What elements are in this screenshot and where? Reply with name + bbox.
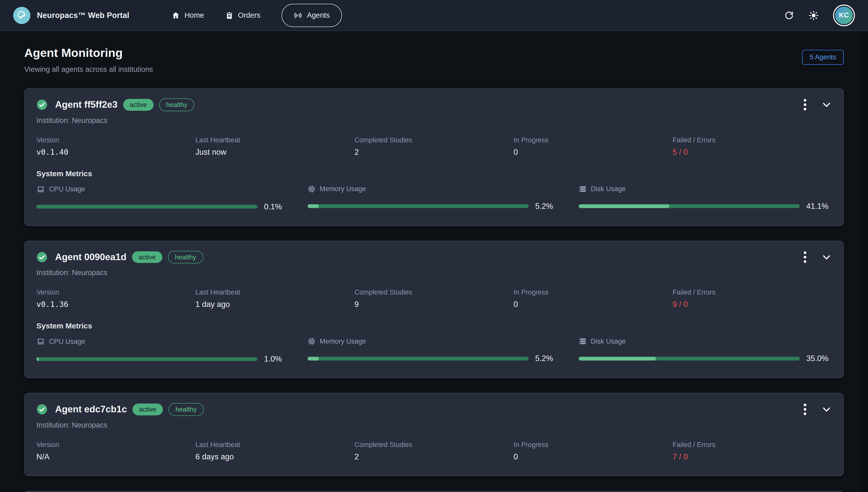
stat-label: Failed / Errors: [673, 136, 831, 144]
top-nav-bar: Neuropacs™ Web Portal Home Orders: [0, 0, 868, 31]
version-value: v0.1.36: [37, 300, 195, 309]
cpu-usage-label: CPU Usage: [49, 338, 85, 346]
memory-progress-bar: [308, 357, 529, 361]
chevron-down-icon[interactable]: [821, 100, 831, 110]
cpu-metric: CPU Usage 0.1%: [37, 185, 289, 211]
nav-orders-label: Orders: [238, 11, 261, 20]
failed-value: 7 / 0: [673, 452, 831, 461]
laptop-icon: [37, 185, 45, 194]
cpu-value: 0.1%: [264, 202, 289, 211]
stat-label: Completed Studies: [355, 289, 514, 296]
completed-value: 2: [355, 148, 514, 157]
nav-orders[interactable]: Orders: [225, 11, 261, 20]
institution-label: Institution: Neuropacs: [37, 421, 831, 429]
stat-label: Completed Studies: [355, 441, 514, 449]
disk-metric: Disk Usage 41.1%: [579, 185, 831, 211]
scrollbar-track[interactable]: [861, 31, 868, 492]
disk-progress-bar: [579, 204, 800, 208]
refresh-icon[interactable]: [784, 10, 794, 21]
cpu-usage-label: CPU Usage: [49, 185, 85, 193]
agent-name: Agent edc7cb1c: [55, 404, 127, 415]
orders-icon: [225, 11, 234, 20]
stat-label: Completed Studies: [355, 136, 514, 144]
server-stack-icon: [579, 337, 587, 345]
agent-name: Agent 0090ea1d: [55, 252, 126, 263]
health-badge: healthy: [159, 98, 194, 111]
agent-card: Agent edc7cb1c active healthy Institutio…: [24, 393, 844, 476]
agent-card: Agent 0090ea1d active healthy Institutio…: [24, 241, 844, 378]
header-actions: KC: [784, 4, 855, 26]
user-avatar[interactable]: KC: [833, 4, 855, 26]
disk-value: 41.1%: [806, 202, 831, 211]
agent-stats: Versionv0.1.40 Last HeartbeatJust now Co…: [37, 136, 831, 157]
brain-logo-icon: [13, 7, 30, 24]
page-title: Agent Monitoring: [24, 46, 153, 60]
kebab-menu-icon[interactable]: [803, 99, 807, 111]
page-subtitle: Viewing all agents across all institutio…: [24, 65, 153, 74]
cpu-value: 1.0%: [264, 354, 289, 364]
main-content: Agent Monitoring Viewing all agents acro…: [0, 31, 868, 492]
inprogress-value: 0: [513, 148, 673, 157]
nav-agents-label: Agents: [307, 11, 330, 20]
disk-progress-bar: [579, 357, 800, 361]
kebab-menu-icon[interactable]: [803, 251, 807, 263]
memory-progress-bar: [308, 204, 529, 208]
radio-broadcast-icon: [294, 11, 302, 20]
check-circle-icon: [37, 404, 48, 415]
nav-home-label: Home: [184, 11, 204, 20]
stat-label: Last Heartbeat: [195, 289, 355, 296]
status-badge: active: [123, 99, 153, 111]
stat-label: Failed / Errors: [673, 289, 831, 296]
theme-sun-icon[interactable]: [808, 10, 819, 21]
brand: Neuropacs™ Web Portal: [13, 7, 129, 24]
memory-metric: Memory Usage 5.2%: [308, 185, 560, 211]
status-badge: active: [132, 251, 162, 263]
cpu-metric: CPU Usage 1.0%: [37, 337, 289, 364]
server-stack-icon: [579, 185, 587, 193]
completed-value: 9: [355, 300, 514, 309]
avatar-initials: KC: [839, 11, 849, 19]
institution-label: Institution: Neuropacs: [37, 116, 831, 125]
memory-value: 5.2%: [535, 202, 560, 211]
disk-usage-label: Disk Usage: [591, 338, 626, 345]
chevron-down-icon[interactable]: [821, 252, 831, 262]
memory-usage-label: Memory Usage: [320, 185, 366, 193]
nav-agents-active[interactable]: Agents: [282, 4, 342, 27]
stat-label: In Progress: [513, 441, 673, 449]
laptop-icon: [37, 337, 45, 346]
home-icon: [172, 11, 180, 20]
memory-usage-label: Memory Usage: [320, 338, 366, 345]
agent-card-partial: [24, 491, 844, 492]
cpu-chip-icon: [308, 185, 316, 193]
agent-name: Agent ff5ff2e3: [55, 99, 118, 110]
failed-value: 5 / 0: [673, 148, 831, 157]
failed-value: 9 / 0: [673, 300, 831, 309]
system-metrics-title: System Metrics: [37, 169, 831, 178]
health-badge: healthy: [168, 251, 203, 264]
chevron-down-icon[interactable]: [821, 404, 831, 414]
check-circle-icon: [37, 99, 48, 110]
stat-label: Failed / Errors: [673, 441, 831, 449]
stat-label: Version: [37, 289, 195, 296]
agent-card: Agent ff5ff2e3 active healthy Institutio…: [24, 88, 844, 226]
nav-home[interactable]: Home: [172, 11, 204, 20]
cpu-progress-bar: [37, 357, 258, 361]
system-metrics-title: System Metrics: [37, 322, 831, 330]
main-nav: Home Orders Agents: [172, 4, 342, 27]
stat-label: Version: [37, 441, 195, 449]
institution-label: Institution: Neuropacs: [37, 269, 831, 277]
stat-label: Last Heartbeat: [195, 441, 355, 449]
cpu-chip-icon: [308, 337, 316, 345]
agent-stats: VersionN/A Last Heartbeat6 days ago Comp…: [37, 441, 831, 461]
stat-label: In Progress: [513, 136, 673, 144]
inprogress-value: 0: [513, 452, 673, 461]
stat-label: Last Heartbeat: [195, 136, 355, 144]
status-badge: active: [132, 403, 163, 415]
heartbeat-value: 6 days ago: [195, 452, 355, 461]
kebab-menu-icon[interactable]: [803, 403, 807, 415]
completed-value: 2: [355, 452, 514, 461]
disk-usage-label: Disk Usage: [591, 185, 626, 193]
agents-count-badge: 5 Agents: [802, 50, 844, 65]
heartbeat-value: Just now: [195, 148, 355, 157]
cpu-progress-bar: [37, 205, 258, 208]
